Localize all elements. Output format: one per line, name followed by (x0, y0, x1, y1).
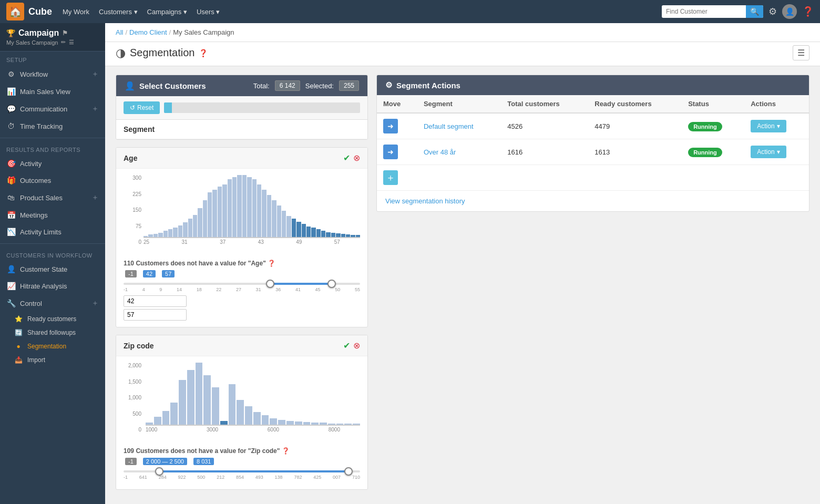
bar (178, 225, 182, 237)
age-filter-title: Age (124, 154, 137, 162)
age-remove-icon[interactable]: ⊗ (353, 153, 360, 163)
reset-button[interactable]: ↺ Reset (124, 101, 160, 114)
edit-icon[interactable]: ✏ (61, 39, 66, 46)
bar (212, 387, 219, 425)
row1-move: ➜ (377, 113, 417, 139)
nav-customers[interactable]: Customers ▾ (99, 8, 137, 16)
customer-search: 🔍 (662, 5, 763, 18)
sidebar-item-control[interactable]: 🔧 Control ＋ (0, 294, 105, 312)
nav-users[interactable]: Users ▾ (197, 8, 220, 16)
selected-badge: 255 (339, 80, 359, 91)
communication-plus-icon[interactable]: ＋ (91, 104, 99, 114)
breadcrumb-client[interactable]: Demo Client (129, 28, 167, 36)
sidebar-item-shared-followups[interactable]: 🔄 Shared followups (14, 326, 105, 340)
page-help-icon[interactable]: ❓ (199, 49, 208, 57)
user-avatar[interactable]: 👤 (782, 4, 797, 19)
bar (198, 208, 202, 237)
help-small-icon2[interactable]: ❓ (282, 447, 290, 455)
sidebar-item-hitrate[interactable]: 📈 Hitrate Analysis (0, 277, 105, 294)
bar (187, 370, 194, 425)
control-plus-icon[interactable]: ＋ (91, 299, 99, 308)
page-title-icon: ◑ (116, 46, 126, 60)
sidebar-item-activity-limits[interactable]: 📉 Activity Limits (0, 223, 105, 240)
sidebar-label-hitrate: Hitrate Analysis (20, 282, 67, 290)
topnav: 🏠 Cube My Work Customers ▾ Campaigns ▾ U… (0, 0, 820, 23)
app-logo[interactable]: 🏠 Cube (6, 3, 52, 20)
zipcode-remove-icon[interactable]: ⊗ (353, 341, 360, 351)
age-check-icon[interactable]: ✔ (343, 153, 350, 163)
sidebar-item-main-sales[interactable]: 📊 Main Sales View (0, 83, 105, 100)
reset-icon: ↺ (130, 104, 135, 111)
help-small-icon[interactable]: ❓ (268, 260, 275, 267)
nav-mywork[interactable]: My Work (63, 8, 89, 16)
age-range-min: 42 (143, 270, 156, 277)
age-input-min[interactable] (124, 295, 187, 307)
age-filter-body: 300 225 150 75 0 (116, 169, 367, 327)
sidebar-item-meetings[interactable]: 📅 Meetings (0, 207, 105, 223)
nav-campaigns[interactable]: Campaigns ▾ (147, 8, 187, 16)
view-history[interactable]: View segmentation history (377, 191, 809, 211)
zipcode-check-icon[interactable]: ✔ (343, 341, 350, 351)
zipcode-chart-container: 2,000 1,500 1,000 500 0 (124, 363, 360, 443)
ready-customers-icon: ⭐ (14, 315, 23, 323)
sidebar-item-customer-state[interactable]: 👤 Customer State (0, 261, 105, 277)
sidebar-item-import[interactable]: 📥 Import (14, 353, 105, 367)
help-icon[interactable]: ❓ (802, 6, 814, 17)
sep2: / (169, 28, 171, 36)
gear-icon[interactable]: ⚙ (768, 6, 777, 17)
product-sales-plus-icon[interactable]: ＋ (91, 193, 99, 202)
action-button-1[interactable]: Action ▾ (751, 120, 786, 132)
age-no-value-text: Customers does not have a value for "Age… (136, 260, 268, 267)
row2-segment: Over 48 år (417, 139, 501, 165)
breadcrumb-all[interactable]: All (116, 28, 123, 36)
bar-selected (311, 228, 315, 237)
segment-link-2[interactable]: Over 48 år (424, 148, 456, 156)
action-button-2[interactable]: Action ▾ (751, 146, 786, 158)
sidebar-item-workflow[interactable]: ⚙ Workflow ＋ (0, 65, 105, 83)
sidebar-item-product-sales[interactable]: 🛍 Product Sales ＋ (0, 189, 105, 207)
bar (344, 424, 352, 425)
sidebar-item-time-tracking[interactable]: ⏱ Time Tracking (0, 118, 105, 135)
move-button-2[interactable]: ➜ (383, 145, 398, 159)
age-thumb-left[interactable] (266, 280, 274, 288)
bar (286, 216, 291, 237)
age-tick-labels: -14914182227313641455055 (124, 287, 360, 292)
bar-selected (351, 235, 355, 237)
zipcode-thumb-left[interactable] (155, 467, 163, 476)
bar (218, 187, 222, 237)
shared-followups-icon: 🔄 (14, 329, 23, 336)
communication-icon: 💬 (6, 105, 16, 113)
sidebar-item-segmentation[interactable]: ● Segmentation (14, 340, 105, 353)
move-button-1[interactable]: ➜ (383, 119, 398, 133)
workflow-plus-icon[interactable]: ＋ (91, 69, 99, 79)
bar-selected (302, 224, 306, 237)
add-segment-button[interactable]: ＋ (383, 170, 398, 185)
segment-actions-header: ⚙ Segment Actions (377, 75, 809, 95)
age-thumb-right[interactable] (327, 280, 336, 288)
bar (228, 179, 232, 237)
sidebar-item-activity[interactable]: 🎯 Activity (0, 155, 105, 172)
age-filter-controls: ✔ ⊗ (343, 153, 360, 163)
campaign-header: 🏆 Campaign ⚑ My Sales Campaign ✏ ☰ (0, 23, 105, 52)
sidebar-item-communication[interactable]: 💬 Communication ＋ (0, 100, 105, 118)
bar (203, 200, 207, 237)
zipcode-thumb-right[interactable] (344, 467, 353, 476)
bar (286, 421, 294, 425)
activity-icon: 🎯 (6, 159, 16, 168)
segment-link-1[interactable]: Default segment (424, 122, 474, 130)
menu-button[interactable]: ☰ (793, 45, 809, 60)
search-input[interactable] (662, 6, 746, 17)
bar (311, 423, 319, 425)
bar (158, 233, 162, 237)
sidebar-item-ready-customers[interactable]: ⭐ Ready customers (14, 312, 105, 326)
bar (196, 363, 203, 425)
search-button[interactable]: 🔍 (746, 5, 763, 18)
row1-ready: 4479 (588, 113, 682, 139)
col-segment: Segment (417, 95, 501, 113)
zipcode-slider-track (124, 470, 360, 472)
bar (148, 234, 152, 237)
age-input-max[interactable] (124, 309, 187, 321)
list-icon[interactable]: ☰ (69, 39, 74, 46)
sidebar-item-outcomes[interactable]: 🎁 Outcomes (0, 172, 105, 189)
bar (203, 375, 211, 425)
